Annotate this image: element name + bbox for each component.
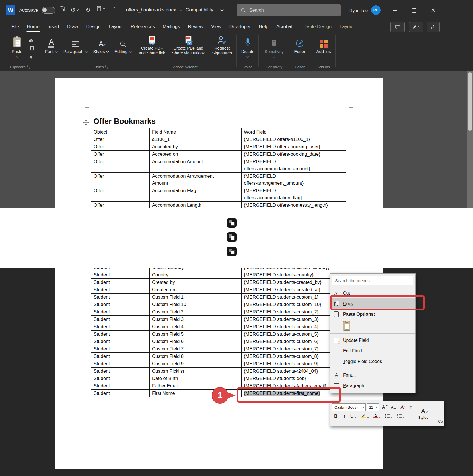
cell-field-name[interactable]: Custom Field 3 xyxy=(150,316,242,323)
cell-object[interactable]: Student xyxy=(91,308,150,316)
column-header[interactable]: Field Name xyxy=(150,128,242,136)
tab-insert[interactable]: Insert xyxy=(44,20,63,33)
cell-word-field[interactable]: {MERGEFIELDoffers-accommodation_amount} xyxy=(242,158,346,173)
merge-field[interactable]: {MERGEFIELD students-custom_9} xyxy=(244,361,318,366)
comments-button[interactable] xyxy=(390,22,405,32)
cell-field-name[interactable]: Custom Field 6 xyxy=(150,338,242,345)
cell-field-name[interactable]: Date of Birth xyxy=(150,375,242,382)
title-dropdown-chevron-icon[interactable] xyxy=(221,8,224,11)
customize-quick-access-button[interactable] xyxy=(113,6,116,8)
cell-object[interactable]: Offer xyxy=(91,143,150,151)
cell-field-name[interactable]: Accommodation Amount xyxy=(150,158,242,173)
merge-field[interactable]: {MERGEFIELD students-custom_4} xyxy=(244,324,318,329)
cell-object[interactable]: Offer xyxy=(91,136,150,143)
share-button[interactable] xyxy=(427,22,440,32)
autosave-toggle[interactable] xyxy=(42,7,55,14)
menu-item-paste-options[interactable]: Paste Options: xyxy=(330,309,415,319)
styles-button[interactable]: A Styles xyxy=(413,403,433,424)
cut-button[interactable] xyxy=(26,36,36,44)
minimize-button[interactable] xyxy=(386,0,404,20)
merge-field[interactable]: {MERGEFIELD students-custom_7} xyxy=(244,346,318,351)
search-box[interactable]: Search xyxy=(237,4,341,16)
merge-field[interactable]: {MERGEFIELD students-custom_8} xyxy=(244,354,318,359)
merge-field[interactable]: {MERGEFIELD students-created_at} xyxy=(244,287,320,292)
tab-references[interactable]: References xyxy=(127,20,159,33)
cell-object[interactable]: Offer xyxy=(91,173,150,187)
underline-button[interactable]: U xyxy=(349,414,358,422)
dialog-launcher-icon[interactable] xyxy=(105,65,108,69)
cell-object[interactable]: Student xyxy=(91,323,150,331)
menu-item-edit-field[interactable]: Edit Field... xyxy=(330,346,415,356)
undo-button[interactable]: ↺ xyxy=(71,6,79,14)
copy-button[interactable] xyxy=(26,45,36,53)
editing-mode-button[interactable] xyxy=(409,22,423,32)
merge-field[interactable]: {MERGEFIELD students-custom_1} xyxy=(244,294,318,299)
cell-field-name[interactable]: Accepted by xyxy=(150,143,242,151)
maximize-button[interactable] xyxy=(405,0,423,20)
tab-developer[interactable]: Developer xyxy=(225,20,255,33)
tab-acrobat[interactable]: Acrobat xyxy=(272,20,297,33)
cell-field-name[interactable]: Custom Field 1 xyxy=(150,294,242,301)
cell-object[interactable]: Student xyxy=(91,294,150,301)
cell-object[interactable]: Offer xyxy=(91,158,150,173)
paste-option-button[interactable] xyxy=(330,319,415,332)
font-menu-button[interactable]: A Font xyxy=(43,35,60,54)
cell-field-name[interactable]: Accommodation ArrangementAmount xyxy=(150,173,242,187)
tab-home[interactable]: Home xyxy=(23,20,44,33)
cell-field-name[interactable]: Custom Field 4 xyxy=(150,323,242,331)
cell-field-name[interactable]: Custom Field 7 xyxy=(150,345,242,353)
vertical-scrollbar[interactable] xyxy=(467,71,473,208)
user-name[interactable]: Ryan Lee xyxy=(349,8,368,13)
create-pdf-share-link-button[interactable]: Create PDF and Share link xyxy=(137,36,167,56)
menu-item-paragraph[interactable]: Paragraph... xyxy=(330,380,415,391)
menu-item-font[interactable]: AFont... xyxy=(330,370,415,380)
font-size-select[interactable]: 11 xyxy=(367,403,379,411)
menu-search-input[interactable]: Search the menus xyxy=(332,276,413,285)
cell-field-name[interactable]: Created by xyxy=(150,279,242,286)
column-header[interactable]: Object xyxy=(91,128,150,136)
menu-item-toggle-field-codes[interactable]: Toggle Field Codes xyxy=(330,356,415,367)
highlight-color-button[interactable] xyxy=(359,414,370,422)
document-title[interactable]: offers_bookmarks.docx - Compatibility... xyxy=(126,7,223,13)
paragraph-menu-button[interactable]: Paragraph xyxy=(63,35,88,54)
cell-object[interactable]: Offer xyxy=(91,187,150,202)
merge-field[interactable]: {MERGEFIELD students-custom_10} xyxy=(244,302,321,307)
editor-button[interactable]: Editor xyxy=(291,35,309,54)
table-move-handle[interactable] xyxy=(83,120,89,126)
italic-button[interactable]: I xyxy=(341,414,348,422)
create-pdf-share-outlook-button[interactable]: Create PDF and Share via Outlook xyxy=(169,36,208,56)
cell-object[interactable]: Student xyxy=(91,301,150,308)
cell-object[interactable]: Student xyxy=(91,271,150,279)
editing-menu-button[interactable]: Editing xyxy=(114,35,132,54)
cell-field-name[interactable]: Custom Field 5 xyxy=(150,331,242,338)
merge-field[interactable]: {MERGEFIELD students-custom_3} xyxy=(244,317,318,322)
quick-command-button[interactable] xyxy=(97,6,105,11)
cell-word-field[interactable]: {MERGEFIELD offers-homestay_length} xyxy=(242,202,346,209)
cell-object[interactable]: Offer xyxy=(91,202,150,209)
cell-object[interactable]: Student xyxy=(91,338,150,345)
merge-field[interactable]: {MERGEFIELD students-created_by} xyxy=(244,280,321,285)
clear-formatting-button[interactable]: A xyxy=(398,403,406,411)
cell-field-name[interactable]: Father Email xyxy=(150,382,242,390)
cell-word-field[interactable]: {MERGEFIELDoffers-accommodation_flag} xyxy=(242,187,346,202)
font-name-select[interactable]: Calibri (Body) xyxy=(332,403,366,411)
redo-button[interactable]: ↻ xyxy=(85,6,91,14)
merge-field[interactable]: {MERGEFIELD students-citizen_country} xyxy=(244,268,330,270)
tab-design[interactable]: Design xyxy=(82,20,104,33)
merge-field[interactable]: {MERGEFIELD students-r2404_04} xyxy=(244,368,318,374)
scrollbar-thumb[interactable] xyxy=(468,72,472,131)
bold-button[interactable]: B xyxy=(332,414,340,422)
tab-review[interactable]: Review xyxy=(184,20,207,33)
document-page[interactable]: Offer Bookmarks ObjectField NameWord Fie… xyxy=(55,78,383,208)
quick-command-chevron-icon[interactable] xyxy=(103,7,105,9)
cell-word-field[interactable]: {MERGEFIELD students-citizen_country} xyxy=(242,268,346,271)
cell-object[interactable]: Student xyxy=(91,382,150,390)
dictate-button[interactable]: Dictate xyxy=(238,35,257,57)
cell-object[interactable]: Student xyxy=(91,345,150,353)
cell-field-name[interactable]: Custom Picklist xyxy=(150,368,242,375)
tab-file[interactable]: File xyxy=(7,20,23,33)
dialog-launcher-icon[interactable] xyxy=(27,65,30,69)
merge-field[interactable]: {MERGEFIELD students-custom_2} xyxy=(244,309,318,314)
cell-field-name[interactable]: Custom Field 2 xyxy=(150,308,242,316)
sensitivity-button[interactable]: Sensitivity xyxy=(261,35,287,57)
